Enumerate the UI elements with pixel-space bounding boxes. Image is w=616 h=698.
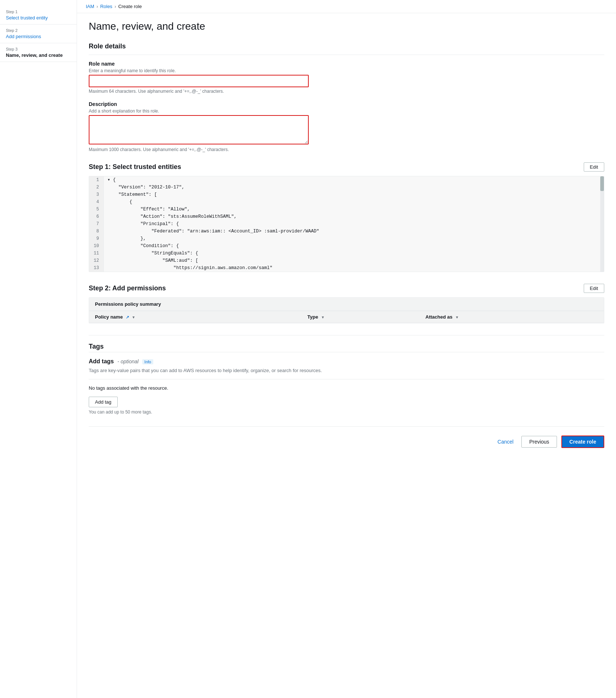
add-tags-info-link[interactable]: Info [142, 359, 153, 364]
code-line: 2 "Version": "2012-10-17", [89, 184, 604, 191]
role-details-section: Role details Role name Enter a meaningfu… [89, 43, 604, 152]
breadcrumb: IAM › Roles › Create role [77, 0, 616, 13]
footer-bar: Cancel Previous Create role [89, 426, 604, 451]
add-tags-row: Add tags - optional Info [89, 358, 604, 365]
step-1-label: Step 1 [6, 10, 71, 14]
tags-title: Tags [89, 343, 604, 350]
permissions-summary-header: Permissions policy summary [89, 298, 604, 311]
no-tags-message: No tags associated with the resource. [89, 385, 604, 391]
code-line: 3 "Statement": [ [89, 191, 604, 198]
breadcrumb-iam[interactable]: IAM [86, 4, 94, 9]
breadcrumb-create-role: Create role [118, 4, 142, 9]
code-line: 1▾ { [89, 176, 604, 184]
breadcrumb-sep-1: › [96, 4, 98, 9]
role-name-hint: Enter a meaningful name to identify this… [89, 68, 604, 73]
th-attached-as: Attached as ▼ [419, 311, 604, 323]
code-line: 6 "Action": "sts:AssumeRoleWithSAML", [89, 213, 604, 220]
breadcrumb-roles[interactable]: Roles [100, 4, 112, 9]
tags-limit-message: You can add up to 50 more tags. [89, 409, 604, 415]
description-group: Description Add a short explanation for … [89, 101, 604, 152]
sidebar-step-3: Step 3 Name, review, and create [0, 43, 77, 62]
role-name-label: Role name [89, 61, 604, 67]
add-tags-heading: Add tags [89, 358, 114, 364]
step2-edit-button[interactable]: Edit [584, 284, 604, 293]
step-2-label: Step 2 [6, 28, 71, 33]
step2-review-section: Step 2: Add permissions Edit Permissions… [89, 284, 604, 323]
permissions-table: Policy name ↗ ▼ Type ▼ Attached as [89, 311, 604, 323]
role-details-title: Role details [89, 43, 604, 55]
description-label: Description [89, 101, 604, 107]
sidebar-item-select-trusted-entity[interactable]: Select trusted entity [6, 15, 48, 21]
th-policy-name: Policy name ↗ ▼ [89, 311, 301, 323]
trusted-entities-code-block: 1▾ {2 "Version": "2012-10-17",3 "Stateme… [89, 176, 604, 272]
step2-review-header: Step 2: Add permissions Edit [89, 284, 604, 293]
role-name-constraint: Maximum 64 characters. Use alphanumeric … [89, 89, 604, 94]
create-role-button[interactable]: Create role [561, 436, 604, 448]
breadcrumb-sep-2: › [114, 4, 116, 9]
step2-review-title: Step 2: Add permissions [89, 284, 166, 292]
add-tag-button[interactable]: Add tag [89, 397, 118, 407]
step1-review-header: Step 1: Select trusted entities Edit [89, 162, 604, 172]
role-name-input[interactable] [89, 75, 309, 87]
code-line: 8 "Federated": "arn:aws:iam:: <Account_I… [89, 228, 604, 235]
sort-icon-attached[interactable]: ▼ [455, 315, 459, 319]
tags-divider-2 [89, 379, 604, 379]
code-line: 5 "Effect": "Allow", [89, 206, 604, 213]
step1-edit-button[interactable]: Edit [584, 162, 604, 172]
sidebar-item-name-review-create: Name, review, and create [6, 52, 63, 58]
step-3-label: Step 3 [6, 47, 71, 51]
code-line: 4 { [89, 198, 604, 206]
code-line: 10 "Condition": { [89, 242, 604, 250]
scrollbar-thumb [600, 176, 604, 191]
divider-1 [89, 335, 604, 335]
sort-icon-type[interactable]: ▼ [321, 315, 324, 319]
code-line: 11 "StringEquals": { [89, 250, 604, 257]
add-tags-optional: - optional [117, 359, 139, 364]
tags-section: Tags Add tags - optional Info Tags are k… [89, 343, 604, 415]
description-constraint: Maximum 1000 characters. Use alphanumeri… [89, 147, 604, 152]
th-attached-as-label: Attached as [425, 314, 452, 320]
tags-divider [89, 352, 604, 352]
step1-review-title: Step 1: Select trusted entities [89, 163, 181, 171]
code-line: 13 "https://signin.aws.amazon.com/saml" [89, 264, 604, 272]
role-name-group: Role name Enter a meaningful name to ide… [89, 61, 604, 94]
sidebar-item-add-permissions[interactable]: Add permissions [6, 34, 41, 39]
tags-description: Tags are key-value pairs that you can ad… [89, 368, 604, 373]
sort-icon-policy[interactable]: ▼ [132, 315, 135, 319]
code-line: 12 "SAML:aud": [ [89, 257, 604, 264]
main-content: Name, review, and create Role details Ro… [77, 13, 616, 698]
page-title: Name, review, and create [89, 21, 604, 32]
external-link-icon: ↗ [126, 315, 129, 319]
sidebar: Step 1 Select trusted entity Step 2 Add … [0, 0, 77, 698]
code-line: 9 }, [89, 235, 604, 242]
cancel-button[interactable]: Cancel [494, 437, 517, 447]
sidebar-step-2: Step 2 Add permissions [0, 25, 77, 43]
scrollbar [600, 176, 604, 272]
permissions-table-header-row: Policy name ↗ ▼ Type ▼ Attached as [89, 311, 604, 323]
previous-button[interactable]: Previous [521, 436, 557, 448]
permissions-table-wrapper: Permissions policy summary Policy name ↗… [89, 297, 604, 323]
description-textarea[interactable] [89, 115, 309, 144]
th-type: Type ▼ [301, 311, 419, 323]
code-block-inner[interactable]: 1▾ {2 "Version": "2012-10-17",3 "Stateme… [89, 176, 604, 272]
th-policy-name-label: Policy name [95, 314, 123, 320]
description-hint: Add a short explanation for this role. [89, 109, 604, 114]
sidebar-step-1: Step 1 Select trusted entity [0, 6, 77, 25]
th-type-label: Type [307, 314, 318, 320]
step1-review-section: Step 1: Select trusted entities Edit 1▾ … [89, 162, 604, 272]
code-line: 7 "Principal": { [89, 220, 604, 228]
